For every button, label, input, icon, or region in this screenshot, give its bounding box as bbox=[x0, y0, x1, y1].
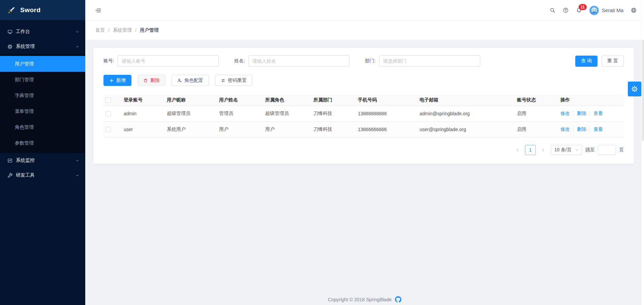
password-reset-label: 密码重置 bbox=[228, 78, 247, 84]
edit-link[interactable]: 修改 bbox=[560, 111, 573, 117]
edit-link[interactable]: 修改 bbox=[560, 126, 573, 132]
page-size-select[interactable]: 10 条/页 bbox=[551, 145, 582, 155]
swap-icon bbox=[221, 78, 225, 83]
sidebar-subitem-dept-mgmt[interactable]: 部门管理 bbox=[0, 72, 85, 88]
chevron-down-icon bbox=[75, 30, 79, 34]
sidebar-item-workbench[interactable]: 工作台 bbox=[0, 24, 85, 39]
submenu-label: 部门管理 bbox=[15, 77, 34, 83]
user-menu[interactable]: Serati Ma bbox=[589, 6, 623, 15]
page-unit-label: 页 bbox=[619, 147, 624, 153]
cell-dept: 刀锋科技 bbox=[311, 122, 356, 138]
copyright-text: Copyright © 2018 SpringBlade bbox=[328, 297, 392, 302]
plus-icon bbox=[109, 78, 114, 83]
sidebar-subitem-dict-mgmt[interactable]: 字典管理 bbox=[0, 88, 85, 103]
cell-name: 管理员 bbox=[217, 106, 263, 122]
user-add-icon bbox=[177, 78, 182, 83]
dept-select[interactable] bbox=[379, 55, 480, 67]
cell-nickname: 系统用户 bbox=[165, 122, 217, 138]
reset-button[interactable]: 重 置 bbox=[602, 56, 624, 67]
sidebar-subitem-param-mgmt[interactable]: 参数管理 bbox=[0, 135, 85, 151]
breadcrumb-current: 用户管理 bbox=[140, 27, 159, 33]
breadcrumb-system-mgmt[interactable]: 系统管理 bbox=[113, 27, 132, 33]
gear-icon bbox=[631, 86, 638, 92]
account-label: 账号: bbox=[103, 58, 114, 64]
row-actions: 修改 删除 查看 bbox=[560, 126, 622, 132]
cell-status: 启用 bbox=[515, 106, 558, 122]
row-checkbox[interactable] bbox=[105, 127, 111, 132]
page-size-value: 10 条/页 bbox=[554, 147, 572, 153]
cell-status: 启用 bbox=[515, 122, 558, 138]
main-area: 11 Serati Ma 首页 / 系统管理 / 用户管理 账号: bbox=[85, 0, 644, 305]
page-footer: Copyright © 2018 SpringBlade bbox=[85, 296, 644, 303]
role-config-button[interactable]: 角色配置 bbox=[172, 75, 209, 86]
select-all-checkbox[interactable] bbox=[105, 97, 111, 103]
password-reset-button[interactable]: 密码重置 bbox=[215, 75, 252, 86]
notifications-bell-icon[interactable]: 11 bbox=[576, 7, 582, 13]
cell-name: 用户 bbox=[217, 122, 263, 138]
theme-settings-button[interactable] bbox=[628, 82, 641, 96]
cell-email: user@springblade.org bbox=[418, 122, 515, 138]
submenu-label: 用户管理 bbox=[15, 61, 34, 67]
search-icon[interactable] bbox=[550, 7, 555, 13]
sidebar-item-system-monitor[interactable]: 系统监控 bbox=[0, 153, 85, 168]
table-row: admin 超级管理员 管理员 超级管理员 刀锋科技 13888888888 a… bbox=[103, 106, 624, 122]
brand: Sword bbox=[0, 0, 85, 20]
sidebar: Sword 工作台 系统管理 用户管理 部门管理 字典管理 菜单管理 角色管理 … bbox=[0, 0, 85, 305]
table-toolbar: 新增 删除 角色配置 密码重置 bbox=[103, 75, 624, 86]
scrollbar-thumb[interactable] bbox=[642, 40, 644, 141]
add-button[interactable]: 新增 bbox=[103, 75, 131, 86]
col-dept: 所属部门 bbox=[311, 95, 356, 106]
view-link[interactable]: 查看 bbox=[590, 111, 606, 117]
account-input[interactable] bbox=[118, 55, 219, 67]
name-label: 姓名: bbox=[234, 58, 245, 64]
view-link[interactable]: 查看 bbox=[590, 126, 606, 132]
users-table: 登录账号 用户昵称 用户姓名 所属角色 所属部门 手机号码 电子邮箱 账号状态 … bbox=[103, 95, 624, 138]
github-icon[interactable] bbox=[395, 296, 401, 303]
sidebar-item-system-mgmt[interactable]: 系统管理 bbox=[0, 39, 85, 54]
row-checkbox[interactable] bbox=[105, 111, 111, 116]
next-page-button[interactable] bbox=[539, 146, 548, 154]
filter-account: 账号: bbox=[103, 55, 219, 67]
breadcrumb-home[interactable]: 首页 bbox=[95, 27, 105, 33]
cell-dept: 刀锋科技 bbox=[311, 106, 356, 122]
dept-label: 部门: bbox=[365, 58, 376, 64]
language-globe-icon[interactable] bbox=[631, 7, 637, 13]
sidebar-subitem-menu-mgmt[interactable]: 菜单管理 bbox=[0, 103, 85, 119]
prev-page-button[interactable] bbox=[513, 146, 522, 154]
topbar-actions: 11 Serati Ma bbox=[550, 6, 637, 15]
caret-down-icon bbox=[575, 148, 579, 152]
sword-logo-icon bbox=[7, 5, 16, 15]
trash-icon bbox=[143, 78, 148, 83]
col-actions: 操作 bbox=[558, 95, 624, 106]
user-name: Serati Ma bbox=[602, 7, 623, 13]
name-input[interactable] bbox=[248, 55, 349, 67]
sidebar-subitem-user-mgmt[interactable]: 用户管理 bbox=[0, 56, 85, 72]
cell-nickname: 超级管理员 bbox=[165, 106, 217, 122]
chevron-up-icon bbox=[75, 45, 79, 49]
col-nickname: 用户昵称 bbox=[165, 95, 217, 106]
sidebar-item-dev-tools[interactable]: 研发工具 bbox=[0, 168, 85, 183]
cell-role: 用户 bbox=[263, 122, 311, 138]
submenu-label: 字典管理 bbox=[15, 93, 34, 99]
sidebar-item-label: 系统监控 bbox=[16, 157, 75, 163]
delete-button[interactable]: 删除 bbox=[137, 75, 165, 86]
page-jump-input[interactable] bbox=[598, 145, 616, 155]
delete-link[interactable]: 删除 bbox=[573, 126, 590, 132]
collapse-sidebar-button[interactable] bbox=[95, 8, 101, 13]
submenu-label: 参数管理 bbox=[15, 140, 34, 146]
delete-link[interactable]: 删除 bbox=[573, 111, 590, 117]
col-email: 电子邮箱 bbox=[418, 95, 515, 106]
table-row: user 系统用户 用户 用户 刀锋科技 13666666666 user@sp… bbox=[103, 122, 624, 138]
filter-dept: 部门: bbox=[365, 55, 480, 67]
top-bar: 11 Serati Ma bbox=[85, 0, 644, 21]
sidebar-subitem-role-mgmt[interactable]: 角色管理 bbox=[0, 119, 85, 135]
sidebar-item-label: 工作台 bbox=[16, 29, 75, 35]
help-icon[interactable] bbox=[563, 7, 569, 13]
search-button[interactable]: 查 询 bbox=[575, 56, 597, 67]
chevron-down-icon bbox=[75, 174, 79, 177]
page-number-button[interactable]: 1 bbox=[525, 145, 536, 155]
col-phone: 手机号码 bbox=[356, 95, 418, 106]
jump-to-label: 跳至 bbox=[585, 147, 595, 153]
wrench-icon bbox=[7, 173, 12, 178]
avatar bbox=[589, 6, 599, 15]
